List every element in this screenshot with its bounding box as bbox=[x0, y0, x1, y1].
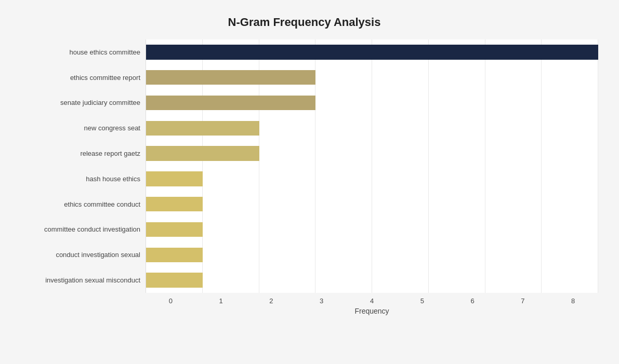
y-axis-label: senate judiciary committee bbox=[10, 90, 146, 116]
bar-row bbox=[146, 166, 598, 192]
bar bbox=[146, 121, 259, 136]
x-axis-title: Frequency bbox=[146, 307, 598, 315]
y-axis-label: conduct investigation sexual bbox=[10, 242, 146, 267]
x-tick-label: 4 bbox=[347, 297, 397, 305]
bar-row bbox=[146, 192, 598, 217]
bar bbox=[146, 248, 203, 263]
bar-row bbox=[146, 217, 598, 242]
chart-container: N-Gram Frequency Analysis house ethics c… bbox=[0, 0, 619, 364]
bar-row bbox=[146, 39, 598, 65]
bar bbox=[146, 197, 203, 212]
bar bbox=[146, 171, 203, 186]
y-axis-label: new congress seat bbox=[10, 115, 146, 141]
y-axis-label: ethics committee report bbox=[10, 65, 146, 90]
x-tick-label: 5 bbox=[397, 297, 447, 305]
x-tick-label: 6 bbox=[447, 297, 498, 305]
y-axis-label: committee conduct investigation bbox=[10, 217, 146, 242]
bar bbox=[146, 96, 315, 111]
bars-section: house ethics committeeethics committee r… bbox=[10, 39, 598, 293]
bar-row bbox=[146, 115, 598, 141]
y-axis-label: release report gaetz bbox=[10, 141, 146, 166]
x-axis: 012345678 bbox=[146, 293, 598, 305]
bar bbox=[146, 146, 259, 161]
bar bbox=[146, 45, 598, 60]
bar-row bbox=[146, 242, 598, 267]
x-tick-label: 1 bbox=[196, 297, 246, 305]
y-axis-label: investigation sexual misconduct bbox=[10, 267, 146, 293]
y-axis-labels: house ethics committeeethics committee r… bbox=[10, 39, 146, 293]
y-axis-label: house ethics committee bbox=[10, 39, 146, 65]
bar bbox=[146, 222, 203, 237]
bar bbox=[146, 70, 315, 85]
bar-row bbox=[146, 90, 598, 116]
bar-row bbox=[146, 267, 598, 293]
x-tick-label: 3 bbox=[296, 297, 347, 305]
chart-title: N-Gram Frequency Analysis bbox=[10, 16, 598, 29]
bar bbox=[146, 273, 203, 288]
bars-wrapper bbox=[146, 39, 598, 293]
x-tick-label: 7 bbox=[497, 297, 548, 305]
x-tick-label: 2 bbox=[246, 297, 297, 305]
y-axis-label: hash house ethics bbox=[10, 166, 146, 192]
plot-area bbox=[146, 39, 598, 293]
x-tick-label: 8 bbox=[548, 297, 598, 305]
y-axis-label: ethics committee conduct bbox=[10, 192, 146, 217]
x-tick-label: 0 bbox=[146, 297, 196, 305]
bar-row bbox=[146, 141, 598, 166]
chart-area: house ethics committeeethics committee r… bbox=[10, 39, 598, 315]
bar-row bbox=[146, 65, 598, 90]
